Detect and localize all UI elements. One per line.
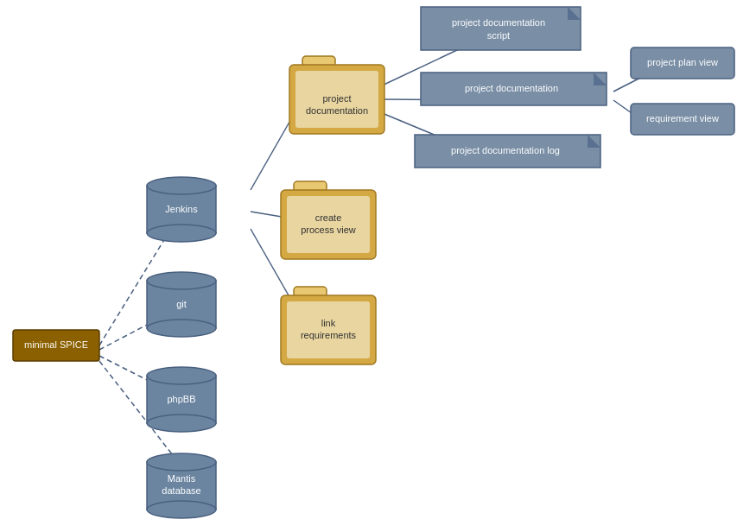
node-minimal-spice: minimal SPICE — [13, 330, 99, 361]
node-mantis: Mantis database — [147, 453, 216, 518]
proj-doc-script-label1: project documentation — [452, 17, 545, 28]
node-project-plan-view: project plan view — [631, 48, 734, 79]
svg-point-11 — [147, 415, 216, 432]
diagram: minimal SPICE Jenkins git phpBB Mantis d… — [0, 0, 756, 532]
node-requirement-view: requirement view — [631, 104, 734, 135]
proj-doc-script-label2: script — [487, 30, 510, 41]
node-proj-doc-log: project documentation log — [415, 135, 600, 168]
jenkins-label: Jenkins — [165, 204, 198, 214]
svg-point-13 — [147, 453, 216, 471]
link-req-label1: link — [321, 318, 336, 328]
node-link-req-folder: link requirements — [281, 287, 376, 364]
node-proj-doc: project documentation — [421, 73, 607, 105]
spice-label: minimal SPICE — [24, 339, 88, 350]
svg-point-7 — [147, 272, 216, 289]
proj-doc-folder-label2: documentation — [306, 105, 368, 116]
svg-point-14 — [147, 501, 216, 518]
node-git: git — [147, 272, 216, 337]
svg-point-8 — [147, 320, 216, 337]
node-create-process-folder: create process view — [281, 181, 376, 259]
proj-doc-folder-label1: project — [322, 93, 351, 104]
requirement-view-label: requirement view — [646, 113, 719, 124]
svg-marker-24 — [421, 7, 581, 50]
project-plan-view-label: project plan view — [647, 57, 718, 67]
git-label: git — [176, 299, 187, 309]
svg-point-4 — [147, 177, 216, 194]
node-phpbb: phpBB — [147, 367, 216, 432]
svg-point-5 — [147, 225, 216, 242]
phpbb-label: phpBB — [167, 394, 195, 404]
create-process-label2: process view — [301, 225, 356, 235]
proj-doc-label: project documentation — [465, 83, 558, 93]
node-jenkins: Jenkins — [147, 177, 216, 242]
mantis-label1: Mantis — [168, 473, 196, 484]
create-process-label1: create — [315, 212, 342, 223]
node-project-doc-folder: project documentation — [289, 56, 384, 134]
link-req-label2: requirements — [301, 330, 357, 340]
svg-point-10 — [147, 367, 216, 384]
node-proj-doc-script: project documentation script — [421, 7, 581, 50]
proj-doc-log-label: project documentation log — [451, 145, 560, 155]
mantis-label2: database — [162, 485, 200, 496]
